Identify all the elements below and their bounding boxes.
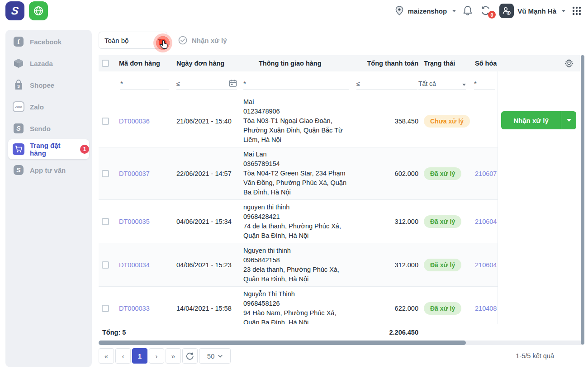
customer-name: Nguyễn Thị Thịnh bbox=[243, 289, 353, 299]
customer-phone: 0123478906 bbox=[243, 107, 353, 116]
web-channel-icon[interactable] bbox=[29, 1, 48, 20]
consult-app-icon: S bbox=[13, 164, 24, 176]
sidebar-item-shopee[interactable]: S Shopee bbox=[5, 74, 92, 96]
customer-phone: 0365789154 bbox=[243, 159, 353, 169]
user-menu[interactable]: $ Vũ Mạnh Hà bbox=[499, 4, 565, 18]
chevron-down-icon bbox=[158, 39, 161, 42]
invoice-link[interactable]: 210408 bbox=[475, 305, 497, 312]
col-header-status[interactable]: Trạng thái bbox=[418, 60, 469, 67]
summary-total-label: Tổng: 5 bbox=[99, 329, 175, 336]
table-body: DT000036 21/06/2021 - 15:40 Mai 01234789… bbox=[99, 95, 498, 324]
reload-button[interactable] bbox=[182, 348, 198, 364]
row-actions-panel: Nhận xử lý bbox=[498, 71, 580, 324]
shipping-info: Mai 0123478906 Tòa N03-T1 Ngoại Giao Đoà… bbox=[243, 97, 356, 145]
chevron-down-icon bbox=[562, 10, 565, 12]
table-summary: Tổng: 5 2.206.450 bbox=[99, 324, 580, 340]
select-all-checkbox[interactable] bbox=[102, 60, 109, 67]
invoice-link[interactable]: 210604 bbox=[475, 218, 497, 225]
row-checkbox[interactable] bbox=[102, 118, 109, 125]
order-status-filter-select[interactable]: Toàn bộ bbox=[99, 32, 167, 49]
order-code-link[interactable]: DT000036 bbox=[119, 118, 150, 125]
filter-shipping-input[interactable]: * bbox=[243, 76, 349, 90]
first-page-button[interactable]: « bbox=[99, 348, 114, 364]
customer-name: Mai Lan bbox=[243, 150, 353, 159]
table-filter-row: * ≤ * ≤ Tất cả * bbox=[99, 71, 498, 95]
customer-address: Tòa N04-T2 Green Star, 234 Phạm Văn Đồng… bbox=[243, 169, 353, 197]
receive-processing-action[interactable]: Nhận xử lý bbox=[178, 36, 227, 45]
receive-processing-button-label[interactable]: Nhận xử lý bbox=[501, 117, 561, 124]
calendar-icon[interactable] bbox=[229, 79, 237, 87]
shipping-info: Nguyễn Thị Thịnh 0968458126 94 Hào Nam, … bbox=[243, 289, 356, 324]
table-row: DT000036 21/06/2021 - 15:40 Mai 01234789… bbox=[99, 95, 498, 147]
shipping-info: Mai Lan 0365789154 Tòa N04-T2 Green Star… bbox=[243, 150, 356, 197]
filter-order-date-input[interactable]: ≤ bbox=[176, 76, 237, 90]
sidebar-item-facebook[interactable]: f Facebook bbox=[5, 31, 92, 52]
apps-grid-icon bbox=[572, 6, 582, 16]
customer-address: 74 de la thanh, Phường Phúc Xá, Quận Ba … bbox=[243, 222, 353, 241]
row-checkbox[interactable] bbox=[102, 170, 109, 177]
order-code-link[interactable]: DT000035 bbox=[119, 218, 150, 225]
filter-status-select[interactable]: Tất cả bbox=[418, 76, 466, 90]
col-header-order-code[interactable]: Mã đơn hàng bbox=[117, 60, 175, 67]
order-code-link[interactable]: DT000033 bbox=[119, 305, 150, 312]
filter-invoice-input[interactable]: * bbox=[474, 76, 495, 90]
horizontal-scrollbar[interactable] bbox=[99, 341, 583, 345]
order-date: 14/04/2021 - 15:58 bbox=[175, 305, 243, 312]
order-code-link[interactable]: DT000037 bbox=[119, 170, 150, 177]
page-size-select[interactable]: 50 bbox=[199, 348, 231, 364]
sidebar-item-label: Sendo bbox=[30, 125, 51, 132]
invoice-link[interactable]: 210607 bbox=[475, 170, 497, 177]
status-badge: Đã xử lý bbox=[424, 167, 461, 180]
next-page-button[interactable]: › bbox=[149, 348, 164, 364]
sidebar-item-trang-dat-hang[interactable]: Trang đặt hàng 1 bbox=[8, 139, 89, 159]
sapo-app-icon[interactable]: S bbox=[5, 1, 24, 20]
receive-processing-split-button[interactable]: Nhận xử lý bbox=[501, 111, 576, 129]
pagination: « ‹ 1 › » 50 bbox=[99, 348, 231, 364]
filter-order-code-input[interactable]: * bbox=[120, 76, 169, 90]
sapo-logo-icon: S bbox=[11, 5, 19, 17]
invoice-link[interactable]: 210604 bbox=[475, 261, 497, 269]
order-code-link[interactable]: DT000034 bbox=[119, 261, 150, 269]
sidebar-item-lazada[interactable]: Lazada bbox=[5, 52, 92, 74]
sync-button[interactable]: 0 bbox=[479, 4, 493, 18]
chevron-down-icon bbox=[452, 10, 456, 12]
sidebar-item-sendo[interactable]: S Sendo bbox=[5, 118, 92, 139]
sidebar-item-label: App tư vấn bbox=[30, 166, 66, 174]
last-page-button[interactable]: » bbox=[166, 348, 181, 364]
globe-icon bbox=[33, 5, 44, 17]
row-checkbox[interactable] bbox=[102, 218, 109, 225]
apps-menu-button[interactable] bbox=[572, 6, 582, 16]
shopee-icon: S bbox=[13, 79, 24, 91]
customer-address: 94 Hào Nam, Phường Phúc Xá, Quận Ba Đình… bbox=[243, 308, 353, 324]
order-management-app: S maizenshop bbox=[0, 0, 588, 369]
order-total: 312.000 bbox=[356, 218, 418, 225]
zalo-icon: Zalo bbox=[13, 101, 24, 113]
store-name: maizenshop bbox=[408, 7, 447, 15]
horizontal-scrollbar-thumb[interactable] bbox=[99, 341, 466, 345]
order-total: 358.450 bbox=[356, 118, 418, 125]
table-settings-button[interactable] bbox=[564, 59, 574, 68]
vertical-scrollbar-thumb[interactable] bbox=[581, 55, 584, 345]
prev-page-button[interactable]: ‹ bbox=[115, 348, 131, 364]
col-header-shipping-info[interactable]: Thông tin giao hàng bbox=[243, 60, 356, 67]
cart-icon bbox=[13, 143, 24, 155]
current-page-button[interactable]: 1 bbox=[132, 348, 147, 364]
order-date: 21/06/2021 - 15:40 bbox=[175, 118, 243, 125]
svg-text:S: S bbox=[17, 84, 20, 89]
col-header-total[interactable]: Tổng thanh toán bbox=[356, 60, 418, 67]
chevron-down-icon bbox=[218, 355, 223, 358]
store-switcher[interactable]: maizenshop bbox=[395, 6, 456, 16]
receive-processing-dropdown-toggle[interactable] bbox=[561, 111, 576, 129]
table-row: DT000035 04/06/2021 - 15:34 nguyen thi t… bbox=[99, 200, 498, 243]
user-name: Vũ Mạnh Hà bbox=[517, 7, 556, 15]
col-header-invoice[interactable]: Số hóa đơn bbox=[469, 60, 498, 67]
filter-total-input[interactable]: ≤ bbox=[356, 76, 417, 90]
order-count-badge: 1 bbox=[80, 145, 89, 154]
sidebar-item-zalo[interactable]: Zalo Zalo bbox=[5, 96, 92, 118]
shipping-info: Nguyen thi thinh 0965842158 23 dela than… bbox=[243, 246, 356, 284]
row-checkbox[interactable] bbox=[102, 305, 109, 312]
notifications-button[interactable] bbox=[462, 5, 473, 17]
col-header-order-date[interactable]: Ngày đơn hàng bbox=[175, 60, 243, 67]
row-checkbox[interactable] bbox=[102, 261, 109, 269]
sidebar-item-app-tu-van[interactable]: S App tư vấn bbox=[5, 159, 92, 181]
